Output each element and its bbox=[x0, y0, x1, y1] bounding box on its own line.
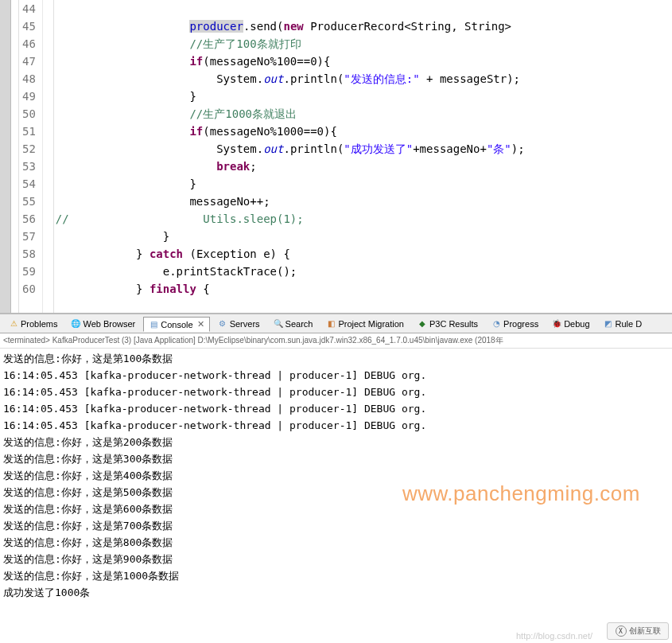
tab-label: Debug bbox=[564, 319, 589, 329]
tab-servers[interactable]: ⚙Servers bbox=[212, 317, 266, 331]
console-line: 发送的信息:你好，这是第300条数据 bbox=[3, 450, 669, 467]
views-tab-bar[interactable]: ⚠Problems🌐Web Browser▤Console✕⚙Servers🔍S… bbox=[0, 314, 672, 333]
tab-label: Search bbox=[286, 319, 313, 329]
p3c-results-icon: ◆ bbox=[418, 319, 427, 329]
console-line: 发送的信息:你好，这是第1000条数据 bbox=[3, 567, 669, 584]
tab-web-browser[interactable]: 🌐Web Browser bbox=[65, 317, 141, 331]
line-number: 58 bbox=[22, 245, 36, 263]
line-number: 59 bbox=[22, 263, 36, 280]
code-line[interactable]: } bbox=[56, 175, 672, 193]
line-number: 48 bbox=[22, 70, 36, 88]
console-line: 16:14:05.453 [kafka-producer-network-thr… bbox=[3, 417, 669, 434]
logo-label: 创新互联 bbox=[629, 625, 661, 637]
debug-icon: 🐞 bbox=[552, 319, 561, 329]
close-icon[interactable]: ✕ bbox=[197, 319, 204, 329]
code-line[interactable]: // Utils.sleep(1); bbox=[56, 210, 672, 228]
code-line[interactable]: e.printStackTrace(); bbox=[56, 263, 672, 280]
tab-progress[interactable]: ◔Progress bbox=[486, 317, 544, 331]
tab-label: P3C Results bbox=[429, 319, 478, 329]
marker-column bbox=[11, 0, 19, 313]
console-line: 16:14:05.453 [kafka-producer-network-thr… bbox=[3, 384, 669, 400]
tab-label: Console bbox=[161, 320, 192, 329]
tab-problems[interactable]: ⚠Problems bbox=[3, 317, 63, 331]
code-line[interactable]: } catch (Exception e) { bbox=[56, 245, 672, 263]
tab-label: Project Migration bbox=[338, 319, 404, 329]
code-line[interactable]: //生产1000条就退出 bbox=[56, 105, 672, 123]
line-number: 55 bbox=[22, 193, 36, 210]
line-number: 60 bbox=[22, 280, 36, 298]
console-line: 发送的信息:你好，这是第200条数据 bbox=[3, 434, 669, 450]
line-number: 53 bbox=[22, 158, 36, 175]
tab-p3c-results[interactable]: ◆P3C Results bbox=[412, 317, 484, 331]
line-number: 54 bbox=[22, 175, 36, 193]
line-gutter: 4445464748495051525354555657585960 bbox=[19, 0, 43, 313]
tab-label: Web Browser bbox=[83, 319, 135, 329]
progress-icon: ◔ bbox=[491, 319, 501, 329]
tab-project-migration[interactable]: ◧Project Migration bbox=[320, 317, 410, 331]
line-number: 56 bbox=[22, 210, 36, 228]
line-number: 47 bbox=[22, 53, 36, 70]
console-output[interactable]: 发送的信息:你好，这是第100条数据16:14:05.453 [kafka-pr… bbox=[0, 349, 672, 602]
tab-search[interactable]: 🔍Search bbox=[268, 317, 319, 331]
console-line: 发送的信息:你好，这是第800条数据 bbox=[3, 534, 669, 551]
logo-icon: X bbox=[616, 625, 627, 637]
editor-margin bbox=[0, 0, 11, 313]
tab-label: Rule D bbox=[616, 319, 643, 329]
code-line[interactable] bbox=[56, 0, 672, 18]
servers-icon: ⚙ bbox=[218, 319, 227, 329]
line-number: 49 bbox=[22, 88, 36, 105]
line-number: 57 bbox=[22, 228, 36, 245]
line-number: 44 bbox=[22, 0, 36, 18]
web-browser-icon: 🌐 bbox=[71, 319, 80, 329]
logo-badge: X 创新互联 bbox=[607, 622, 669, 640]
fold-column bbox=[43, 0, 54, 313]
code-line[interactable]: break; bbox=[56, 158, 672, 175]
line-number: 46 bbox=[22, 35, 36, 53]
code-line[interactable]: } bbox=[56, 88, 672, 105]
code-line[interactable]: System.out.println("成功发送了"+messageNo+"条"… bbox=[56, 140, 672, 158]
project-migration-icon: ◧ bbox=[326, 319, 336, 329]
code-line[interactable]: } bbox=[56, 228, 672, 245]
console-icon: ▤ bbox=[149, 320, 158, 329]
line-number: 45 bbox=[22, 18, 36, 35]
tab-label: Problems bbox=[21, 319, 57, 329]
console-line: 发送的信息:你好，这是第100条数据 bbox=[3, 350, 669, 367]
code-line[interactable]: producer.send(new ProducerRecord<String,… bbox=[56, 18, 672, 35]
tab-rule-d[interactable]: ◩Rule D bbox=[598, 317, 648, 331]
tab-console[interactable]: ▤Console✕ bbox=[143, 317, 209, 332]
tab-label: Servers bbox=[230, 319, 260, 329]
console-line: 成功发送了1000条 bbox=[3, 584, 669, 601]
code-line[interactable]: if(messageNo%1000==0){ bbox=[56, 123, 672, 140]
code-line[interactable]: if(messageNo%100==0){ bbox=[56, 53, 672, 70]
console-line: 发送的信息:你好，这是第600条数据 bbox=[3, 501, 669, 517]
line-number: 51 bbox=[22, 123, 36, 140]
rule-d-icon: ◩ bbox=[604, 319, 613, 329]
console-line: 发送的信息:你好，这是第900条数据 bbox=[3, 551, 669, 567]
code-line[interactable]: } finally { bbox=[56, 280, 672, 298]
console-header: <terminated> KafkaProducerTest (3) [Java… bbox=[0, 333, 672, 349]
code-line[interactable]: messageNo++; bbox=[56, 193, 672, 210]
console-line: 发送的信息:你好，这是第500条数据 bbox=[3, 484, 669, 501]
tab-debug[interactable]: 🐞Debug bbox=[546, 317, 595, 331]
code-area[interactable]: producer.send(new ProducerRecord<String,… bbox=[54, 0, 672, 313]
console-line: 16:14:05.453 [kafka-producer-network-thr… bbox=[3, 367, 669, 384]
problems-icon: ⚠ bbox=[9, 319, 18, 329]
console-line: 16:14:05.453 [kafka-producer-network-thr… bbox=[3, 400, 669, 417]
console-line: 发送的信息:你好，这是第700条数据 bbox=[3, 517, 669, 534]
code-line[interactable]: System.out.println("发送的信息:" + messageStr… bbox=[56, 70, 672, 88]
code-editor[interactable]: 4445464748495051525354555657585960 produ… bbox=[0, 0, 672, 314]
code-line[interactable]: //生产了100条就打印 bbox=[56, 35, 672, 53]
line-number: 50 bbox=[22, 105, 36, 123]
footer-watermark: http://blog.csdn.net/ bbox=[516, 631, 592, 641]
console-line: 发送的信息:你好，这是第400条数据 bbox=[3, 467, 669, 484]
tab-label: Progress bbox=[503, 319, 538, 329]
line-number: 52 bbox=[22, 140, 36, 158]
search-icon: 🔍 bbox=[274, 319, 283, 329]
